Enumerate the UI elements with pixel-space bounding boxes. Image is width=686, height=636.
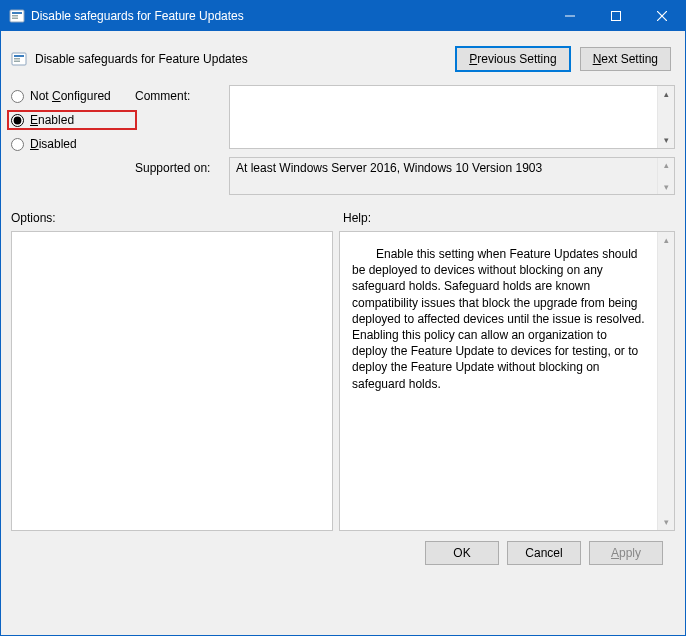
svg-rect-3 [12, 18, 18, 20]
supported-on-label: Supported on: [135, 157, 225, 175]
svg-rect-5 [612, 12, 621, 21]
radio-enabled[interactable]: Enabled [7, 110, 137, 130]
scrollbar-vertical: ▴ ▾ [657, 158, 674, 194]
policy-name: Disable safeguards for Feature Updates [35, 52, 248, 66]
previous-setting-button[interactable]: Previous Setting [456, 47, 569, 71]
supported-on-value: At least Windows Server 2016, Windows 10… [230, 158, 657, 194]
policy-icon [11, 51, 27, 67]
radio-disabled[interactable]: Disabled [11, 137, 131, 151]
svg-rect-10 [14, 58, 20, 60]
chevron-down-icon[interactable]: ▾ [664, 132, 669, 148]
svg-rect-11 [14, 61, 20, 63]
scrollbar-vertical[interactable]: ▴ ▾ [657, 232, 674, 530]
maximize-button[interactable] [593, 1, 639, 31]
radio-not-configured[interactable]: Not Configured [11, 89, 131, 103]
chevron-down-icon[interactable]: ▾ [664, 514, 669, 530]
comment-label: Comment: [135, 85, 225, 103]
chevron-up-icon[interactable]: ▴ [664, 86, 669, 102]
help-label: Help: [335, 211, 675, 225]
apply-button[interactable]: Apply [589, 541, 663, 565]
supported-on-box: At least Windows Server 2016, Windows 10… [229, 157, 675, 195]
svg-rect-2 [12, 15, 18, 17]
chevron-up-icon: ▴ [664, 158, 669, 172]
cancel-button[interactable]: Cancel [507, 541, 581, 565]
policy-icon [9, 8, 25, 24]
scrollbar-vertical[interactable]: ▴ ▾ [657, 86, 674, 148]
chevron-up-icon[interactable]: ▴ [664, 232, 669, 248]
window-title: Disable safeguards for Feature Updates [31, 9, 547, 23]
options-label: Options: [11, 211, 335, 225]
close-button[interactable] [639, 1, 685, 31]
minimize-button[interactable] [547, 1, 593, 31]
chevron-down-icon: ▾ [664, 180, 669, 194]
titlebar: Disable safeguards for Feature Updates [1, 1, 685, 31]
comment-textbox[interactable]: ▴ ▾ [229, 85, 675, 149]
svg-rect-1 [12, 12, 22, 14]
state-radio-group: Not Configured Enabled Disabled [11, 85, 131, 151]
help-pane: Enable this setting when Feature Updates… [339, 231, 675, 531]
ok-button[interactable]: OK [425, 541, 499, 565]
help-text: Enable this setting when Feature Updates… [340, 232, 657, 530]
options-pane [11, 231, 333, 531]
next-setting-button[interactable]: Next Setting [580, 47, 671, 71]
svg-rect-9 [14, 55, 24, 57]
